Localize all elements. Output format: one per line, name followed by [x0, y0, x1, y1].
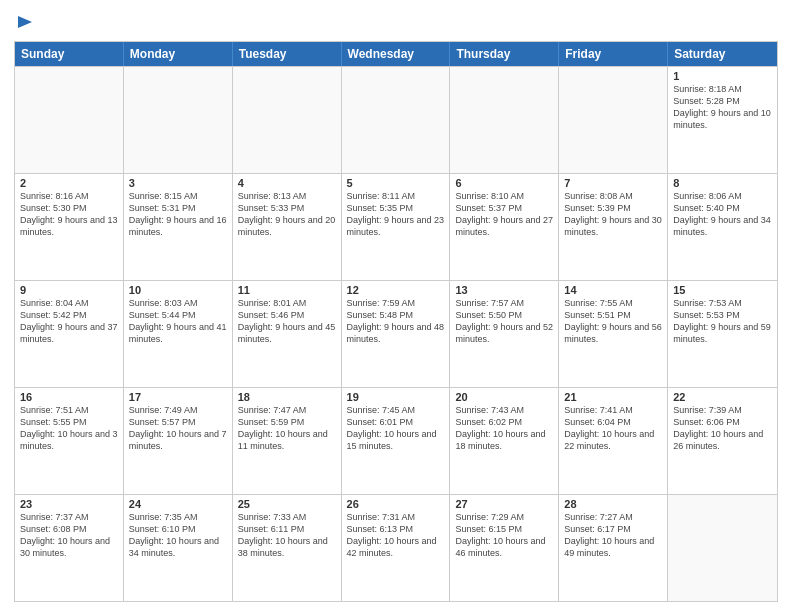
day-info: Sunrise: 7:33 AM Sunset: 6:11 PM Dayligh…: [238, 511, 336, 560]
logo: [14, 14, 34, 37]
empty-cell-r0c5: [559, 67, 668, 173]
day-number: 13: [455, 284, 553, 296]
day-cell-13: 13Sunrise: 7:57 AM Sunset: 5:50 PM Dayli…: [450, 281, 559, 387]
empty-cell-r4c6: [668, 495, 777, 601]
day-number: 1: [673, 70, 772, 82]
day-number: 27: [455, 498, 553, 510]
day-info: Sunrise: 8:16 AM Sunset: 5:30 PM Dayligh…: [20, 190, 118, 239]
day-cell-1: 1Sunrise: 8:18 AM Sunset: 5:28 PM Daylig…: [668, 67, 777, 173]
day-cell-28: 28Sunrise: 7:27 AM Sunset: 6:17 PM Dayli…: [559, 495, 668, 601]
weekday-header-monday: Monday: [124, 42, 233, 66]
day-info: Sunrise: 8:13 AM Sunset: 5:33 PM Dayligh…: [238, 190, 336, 239]
weekday-header-sunday: Sunday: [15, 42, 124, 66]
logo-text: [14, 14, 34, 37]
empty-cell-r0c1: [124, 67, 233, 173]
day-number: 19: [347, 391, 445, 403]
weekday-header-friday: Friday: [559, 42, 668, 66]
day-cell-10: 10Sunrise: 8:03 AM Sunset: 5:44 PM Dayli…: [124, 281, 233, 387]
day-cell-18: 18Sunrise: 7:47 AM Sunset: 5:59 PM Dayli…: [233, 388, 342, 494]
day-cell-24: 24Sunrise: 7:35 AM Sunset: 6:10 PM Dayli…: [124, 495, 233, 601]
day-cell-11: 11Sunrise: 8:01 AM Sunset: 5:46 PM Dayli…: [233, 281, 342, 387]
day-cell-3: 3Sunrise: 8:15 AM Sunset: 5:31 PM Daylig…: [124, 174, 233, 280]
day-info: Sunrise: 7:47 AM Sunset: 5:59 PM Dayligh…: [238, 404, 336, 453]
day-number: 20: [455, 391, 553, 403]
calendar-row-4: 23Sunrise: 7:37 AM Sunset: 6:08 PM Dayli…: [15, 494, 777, 601]
day-info: Sunrise: 7:31 AM Sunset: 6:13 PM Dayligh…: [347, 511, 445, 560]
day-number: 11: [238, 284, 336, 296]
day-cell-16: 16Sunrise: 7:51 AM Sunset: 5:55 PM Dayli…: [15, 388, 124, 494]
day-number: 16: [20, 391, 118, 403]
day-number: 10: [129, 284, 227, 296]
day-cell-19: 19Sunrise: 7:45 AM Sunset: 6:01 PM Dayli…: [342, 388, 451, 494]
day-number: 8: [673, 177, 772, 189]
weekday-header-wednesday: Wednesday: [342, 42, 451, 66]
weekday-header-thursday: Thursday: [450, 42, 559, 66]
header: [14, 10, 778, 37]
day-number: 23: [20, 498, 118, 510]
logo-flag-icon: [16, 14, 34, 32]
calendar-header: SundayMondayTuesdayWednesdayThursdayFrid…: [15, 42, 777, 66]
calendar-row-0: 1Sunrise: 8:18 AM Sunset: 5:28 PM Daylig…: [15, 66, 777, 173]
calendar-row-1: 2Sunrise: 8:16 AM Sunset: 5:30 PM Daylig…: [15, 173, 777, 280]
day-info: Sunrise: 7:57 AM Sunset: 5:50 PM Dayligh…: [455, 297, 553, 346]
day-info: Sunrise: 7:59 AM Sunset: 5:48 PM Dayligh…: [347, 297, 445, 346]
day-number: 28: [564, 498, 662, 510]
day-info: Sunrise: 7:27 AM Sunset: 6:17 PM Dayligh…: [564, 511, 662, 560]
day-info: Sunrise: 8:06 AM Sunset: 5:40 PM Dayligh…: [673, 190, 772, 239]
day-info: Sunrise: 7:45 AM Sunset: 6:01 PM Dayligh…: [347, 404, 445, 453]
day-cell-27: 27Sunrise: 7:29 AM Sunset: 6:15 PM Dayli…: [450, 495, 559, 601]
day-info: Sunrise: 7:51 AM Sunset: 5:55 PM Dayligh…: [20, 404, 118, 453]
day-cell-14: 14Sunrise: 7:55 AM Sunset: 5:51 PM Dayli…: [559, 281, 668, 387]
empty-cell-r0c3: [342, 67, 451, 173]
day-info: Sunrise: 8:08 AM Sunset: 5:39 PM Dayligh…: [564, 190, 662, 239]
day-info: Sunrise: 8:03 AM Sunset: 5:44 PM Dayligh…: [129, 297, 227, 346]
day-number: 21: [564, 391, 662, 403]
day-info: Sunrise: 7:49 AM Sunset: 5:57 PM Dayligh…: [129, 404, 227, 453]
day-info: Sunrise: 7:37 AM Sunset: 6:08 PM Dayligh…: [20, 511, 118, 560]
day-cell-12: 12Sunrise: 7:59 AM Sunset: 5:48 PM Dayli…: [342, 281, 451, 387]
day-number: 22: [673, 391, 772, 403]
day-cell-23: 23Sunrise: 7:37 AM Sunset: 6:08 PM Dayli…: [15, 495, 124, 601]
day-cell-22: 22Sunrise: 7:39 AM Sunset: 6:06 PM Dayli…: [668, 388, 777, 494]
day-info: Sunrise: 8:04 AM Sunset: 5:42 PM Dayligh…: [20, 297, 118, 346]
day-number: 26: [347, 498, 445, 510]
day-info: Sunrise: 7:39 AM Sunset: 6:06 PM Dayligh…: [673, 404, 772, 453]
day-info: Sunrise: 8:10 AM Sunset: 5:37 PM Dayligh…: [455, 190, 553, 239]
calendar-row-3: 16Sunrise: 7:51 AM Sunset: 5:55 PM Dayli…: [15, 387, 777, 494]
day-cell-4: 4Sunrise: 8:13 AM Sunset: 5:33 PM Daylig…: [233, 174, 342, 280]
day-number: 12: [347, 284, 445, 296]
day-cell-25: 25Sunrise: 7:33 AM Sunset: 6:11 PM Dayli…: [233, 495, 342, 601]
empty-cell-r0c4: [450, 67, 559, 173]
day-info: Sunrise: 8:11 AM Sunset: 5:35 PM Dayligh…: [347, 190, 445, 239]
day-number: 3: [129, 177, 227, 189]
day-number: 14: [564, 284, 662, 296]
day-number: 4: [238, 177, 336, 189]
day-info: Sunrise: 7:43 AM Sunset: 6:02 PM Dayligh…: [455, 404, 553, 453]
day-cell-8: 8Sunrise: 8:06 AM Sunset: 5:40 PM Daylig…: [668, 174, 777, 280]
day-info: Sunrise: 8:01 AM Sunset: 5:46 PM Dayligh…: [238, 297, 336, 346]
day-number: 25: [238, 498, 336, 510]
day-number: 24: [129, 498, 227, 510]
day-cell-2: 2Sunrise: 8:16 AM Sunset: 5:30 PM Daylig…: [15, 174, 124, 280]
day-number: 7: [564, 177, 662, 189]
day-cell-21: 21Sunrise: 7:41 AM Sunset: 6:04 PM Dayli…: [559, 388, 668, 494]
day-number: 18: [238, 391, 336, 403]
weekday-header-saturday: Saturday: [668, 42, 777, 66]
calendar: SundayMondayTuesdayWednesdayThursdayFrid…: [14, 41, 778, 602]
day-number: 5: [347, 177, 445, 189]
day-cell-9: 9Sunrise: 8:04 AM Sunset: 5:42 PM Daylig…: [15, 281, 124, 387]
empty-cell-r0c2: [233, 67, 342, 173]
empty-cell-r0c0: [15, 67, 124, 173]
day-number: 2: [20, 177, 118, 189]
page: SundayMondayTuesdayWednesdayThursdayFrid…: [0, 0, 792, 612]
day-cell-20: 20Sunrise: 7:43 AM Sunset: 6:02 PM Dayli…: [450, 388, 559, 494]
day-cell-15: 15Sunrise: 7:53 AM Sunset: 5:53 PM Dayli…: [668, 281, 777, 387]
day-info: Sunrise: 7:53 AM Sunset: 5:53 PM Dayligh…: [673, 297, 772, 346]
calendar-body: 1Sunrise: 8:18 AM Sunset: 5:28 PM Daylig…: [15, 66, 777, 601]
day-cell-17: 17Sunrise: 7:49 AM Sunset: 5:57 PM Dayli…: [124, 388, 233, 494]
day-cell-26: 26Sunrise: 7:31 AM Sunset: 6:13 PM Dayli…: [342, 495, 451, 601]
day-info: Sunrise: 8:18 AM Sunset: 5:28 PM Dayligh…: [673, 83, 772, 132]
day-info: Sunrise: 7:35 AM Sunset: 6:10 PM Dayligh…: [129, 511, 227, 560]
day-number: 6: [455, 177, 553, 189]
day-info: Sunrise: 7:55 AM Sunset: 5:51 PM Dayligh…: [564, 297, 662, 346]
